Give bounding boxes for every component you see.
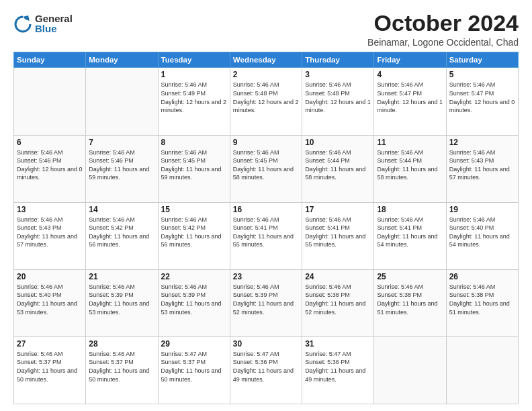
day-info: Sunrise: 5:46 AM Sunset: 5:39 PM Dayligh… — [161, 283, 227, 316]
calendar-cell: 7Sunrise: 5:46 AM Sunset: 5:46 PM Daylig… — [86, 135, 158, 202]
day-info: Sunrise: 5:46 AM Sunset: 5:48 PM Dayligh… — [305, 81, 371, 114]
day-number: 4 — [377, 70, 443, 79]
calendar-cell: 11Sunrise: 5:46 AM Sunset: 5:44 PM Dayli… — [374, 135, 446, 202]
day-info: Sunrise: 5:46 AM Sunset: 5:44 PM Dayligh… — [305, 148, 371, 182]
day-number: 21 — [89, 272, 154, 281]
day-number: 29 — [161, 339, 227, 349]
day-number: 30 — [233, 339, 299, 349]
calendar-cell: 4Sunrise: 5:46 AM Sunset: 5:47 PM Daylig… — [374, 68, 446, 135]
day-number: 20 — [17, 272, 83, 281]
calendar-cell: 12Sunrise: 5:46 AM Sunset: 5:43 PM Dayli… — [446, 135, 518, 202]
calendar-cell: 10Sunrise: 5:46 AM Sunset: 5:44 PM Dayli… — [302, 135, 374, 202]
day-number: 23 — [233, 272, 299, 281]
day-number: 5 — [449, 70, 515, 79]
day-number: 28 — [89, 339, 154, 349]
day-info: Sunrise: 5:46 AM Sunset: 5:40 PM Dayligh… — [17, 283, 83, 316]
day-info: Sunrise: 5:46 AM Sunset: 5:46 PM Dayligh… — [17, 148, 83, 182]
calendar-cell: 26Sunrise: 5:46 AM Sunset: 5:38 PM Dayli… — [446, 269, 518, 336]
location-subtitle: Beinamar, Logone Occidental, Chad — [367, 37, 519, 48]
calendar-cell: 13Sunrise: 5:46 AM Sunset: 5:43 PM Dayli… — [14, 202, 86, 269]
col-sunday: Sunday — [14, 52, 86, 68]
day-info: Sunrise: 5:46 AM Sunset: 5:38 PM Dayligh… — [305, 283, 371, 316]
day-number: 18 — [377, 205, 443, 214]
day-number: 15 — [161, 205, 227, 214]
day-info: Sunrise: 5:46 AM Sunset: 5:40 PM Dayligh… — [449, 216, 515, 249]
day-info: Sunrise: 5:46 AM Sunset: 5:38 PM Dayligh… — [377, 283, 443, 316]
day-number: 25 — [377, 272, 443, 281]
calendar-week-5: 27Sunrise: 5:46 AM Sunset: 5:37 PM Dayli… — [14, 336, 519, 404]
calendar-cell: 27Sunrise: 5:46 AM Sunset: 5:37 PM Dayli… — [14, 336, 86, 404]
day-info: Sunrise: 5:47 AM Sunset: 5:37 PM Dayligh… — [161, 350, 227, 383]
calendar-cell: 29Sunrise: 5:47 AM Sunset: 5:37 PM Dayli… — [158, 336, 230, 404]
day-number: 13 — [17, 205, 83, 214]
header: General Blue October 2024 Beinamar, Logo… — [13, 11, 519, 48]
day-number: 1 — [161, 70, 227, 79]
logo-blue-text: Blue — [35, 24, 73, 34]
day-info: Sunrise: 5:46 AM Sunset: 5:43 PM Dayligh… — [449, 148, 515, 182]
day-number: 31 — [305, 339, 371, 349]
calendar-week-1: 1Sunrise: 5:46 AM Sunset: 5:49 PM Daylig… — [14, 68, 519, 135]
day-number: 10 — [305, 138, 371, 147]
day-info: Sunrise: 5:47 AM Sunset: 5:36 PM Dayligh… — [233, 350, 299, 383]
day-info: Sunrise: 5:46 AM Sunset: 5:41 PM Dayligh… — [233, 216, 299, 249]
calendar-cell: 1Sunrise: 5:46 AM Sunset: 5:49 PM Daylig… — [158, 68, 230, 135]
col-tuesday: Tuesday — [158, 52, 230, 68]
calendar-cell: 22Sunrise: 5:46 AM Sunset: 5:39 PM Dayli… — [158, 269, 230, 336]
calendar-cell: 31Sunrise: 5:47 AM Sunset: 5:36 PM Dayli… — [302, 336, 374, 404]
day-number: 24 — [305, 272, 371, 281]
day-number: 7 — [89, 138, 154, 147]
day-number: 3 — [305, 70, 371, 79]
calendar-cell: 6Sunrise: 5:46 AM Sunset: 5:46 PM Daylig… — [14, 135, 86, 202]
month-title: October 2024 — [367, 11, 519, 36]
col-wednesday: Wednesday — [230, 52, 302, 68]
calendar-week-2: 6Sunrise: 5:46 AM Sunset: 5:46 PM Daylig… — [14, 135, 519, 202]
day-number: 9 — [233, 138, 299, 147]
day-number: 22 — [161, 272, 227, 281]
calendar-cell: 18Sunrise: 5:46 AM Sunset: 5:41 PM Dayli… — [374, 202, 446, 269]
calendar-cell — [446, 336, 518, 404]
day-info: Sunrise: 5:46 AM Sunset: 5:46 PM Dayligh… — [89, 148, 154, 182]
calendar-cell: 3Sunrise: 5:46 AM Sunset: 5:48 PM Daylig… — [302, 68, 374, 135]
logo-text: General Blue — [35, 13, 73, 34]
col-monday: Monday — [86, 52, 158, 68]
day-number: 16 — [233, 205, 299, 214]
day-info: Sunrise: 5:46 AM Sunset: 5:47 PM Dayligh… — [449, 81, 515, 114]
calendar-cell: 14Sunrise: 5:46 AM Sunset: 5:42 PM Dayli… — [86, 202, 158, 269]
day-info: Sunrise: 5:46 AM Sunset: 5:49 PM Dayligh… — [161, 81, 227, 114]
col-saturday: Saturday — [446, 52, 518, 68]
day-number: 26 — [449, 272, 515, 281]
day-info: Sunrise: 5:46 AM Sunset: 5:41 PM Dayligh… — [305, 216, 371, 249]
calendar-cell: 28Sunrise: 5:46 AM Sunset: 5:37 PM Dayli… — [86, 336, 158, 404]
calendar-cell: 21Sunrise: 5:46 AM Sunset: 5:39 PM Dayli… — [86, 269, 158, 336]
calendar-cell — [374, 336, 446, 404]
day-info: Sunrise: 5:46 AM Sunset: 5:47 PM Dayligh… — [377, 81, 443, 114]
calendar-cell: 16Sunrise: 5:46 AM Sunset: 5:41 PM Dayli… — [230, 202, 302, 269]
calendar-table: Sunday Monday Tuesday Wednesday Thursday… — [13, 52, 519, 404]
day-number: 27 — [17, 339, 83, 349]
calendar-cell: 25Sunrise: 5:46 AM Sunset: 5:38 PM Dayli… — [374, 269, 446, 336]
calendar-cell: 2Sunrise: 5:46 AM Sunset: 5:48 PM Daylig… — [230, 68, 302, 135]
title-section: October 2024 Beinamar, Logone Occidental… — [367, 11, 519, 48]
header-row: Sunday Monday Tuesday Wednesday Thursday… — [14, 52, 519, 68]
day-info: Sunrise: 5:46 AM Sunset: 5:48 PM Dayligh… — [233, 81, 299, 114]
page: General Blue October 2024 Beinamar, Logo… — [0, 0, 532, 411]
day-number: 8 — [161, 138, 227, 147]
day-number: 11 — [377, 138, 443, 147]
col-thursday: Thursday — [302, 52, 374, 68]
day-info: Sunrise: 5:46 AM Sunset: 5:44 PM Dayligh… — [377, 148, 443, 182]
calendar-cell: 30Sunrise: 5:47 AM Sunset: 5:36 PM Dayli… — [230, 336, 302, 404]
day-info: Sunrise: 5:46 AM Sunset: 5:38 PM Dayligh… — [449, 283, 515, 316]
logo-general-text: General — [35, 13, 73, 24]
calendar-cell: 19Sunrise: 5:46 AM Sunset: 5:40 PM Dayli… — [446, 202, 518, 269]
day-info: Sunrise: 5:46 AM Sunset: 5:39 PM Dayligh… — [233, 283, 299, 316]
day-number: 6 — [17, 138, 83, 147]
day-info: Sunrise: 5:46 AM Sunset: 5:45 PM Dayligh… — [161, 148, 227, 182]
calendar-cell: 5Sunrise: 5:46 AM Sunset: 5:47 PM Daylig… — [446, 68, 518, 135]
day-number: 12 — [449, 138, 515, 147]
day-info: Sunrise: 5:46 AM Sunset: 5:42 PM Dayligh… — [161, 216, 227, 249]
logo-icon — [13, 14, 32, 33]
day-info: Sunrise: 5:46 AM Sunset: 5:39 PM Dayligh… — [89, 283, 154, 316]
calendar-cell: 9Sunrise: 5:46 AM Sunset: 5:45 PM Daylig… — [230, 135, 302, 202]
calendar-cell: 15Sunrise: 5:46 AM Sunset: 5:42 PM Dayli… — [158, 202, 230, 269]
day-info: Sunrise: 5:46 AM Sunset: 5:42 PM Dayligh… — [89, 216, 154, 249]
